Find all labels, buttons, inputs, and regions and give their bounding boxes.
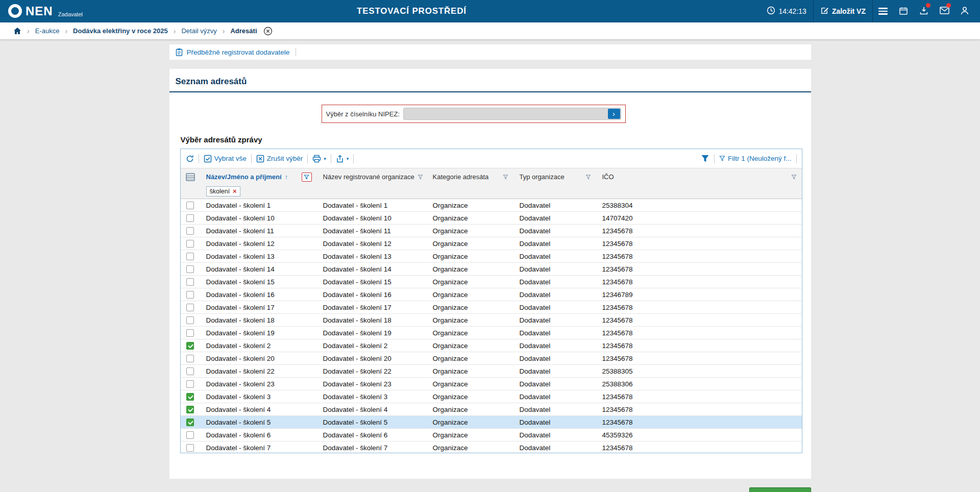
app-header: NEN Zadavatel TESTOVACÍ PROSTŘEDÍ 14:42:… — [0, 0, 980, 22]
table-row[interactable]: Dodavatel - školení 13 Dodavatel - škole… — [181, 250, 802, 263]
column-filter-icon[interactable] — [503, 175, 508, 180]
row-checkbox[interactable] — [186, 431, 194, 439]
table-row[interactable]: Dodavatel - školení 3 Dodavatel - školen… — [181, 390, 802, 403]
table-row[interactable]: Dodavatel - školení 20 Dodavatel - škole… — [181, 352, 802, 365]
cell-name: Dodavatel - školení 22 — [200, 367, 317, 375]
row-checkbox[interactable] — [186, 227, 194, 235]
profile-button[interactable] — [954, 0, 975, 22]
cell-ico: 12345678 — [596, 406, 802, 413]
select-addressees-button[interactable]: Vybrat adresáty — [749, 487, 811, 492]
cell-type: Dodavatel — [513, 202, 596, 209]
filter-button[interactable] — [701, 155, 709, 162]
row-checkbox[interactable] — [186, 444, 194, 452]
checkbox-check-icon — [204, 155, 212, 163]
table-row[interactable]: Dodavatel - školení 4 Dodavatel - školen… — [181, 403, 802, 416]
column-header-org[interactable]: Název registrované organizace — [317, 173, 427, 181]
row-checkbox[interactable] — [186, 253, 194, 260]
row-checkbox[interactable] — [186, 355, 194, 362]
filter-chip[interactable]: školení × — [206, 186, 240, 196]
table-row[interactable]: Dodavatel - školení 17 Dodavatel - škole… — [181, 301, 802, 314]
print-button[interactable]: ▾ — [312, 155, 326, 163]
nipez-open-button[interactable]: › — [608, 109, 620, 119]
calendar-button[interactable] — [893, 0, 914, 22]
column-header-ico[interactable]: IČO — [596, 173, 802, 181]
cell-name: Dodavatel - školení 13 — [200, 253, 317, 260]
table-row[interactable]: Dodavatel - školení 15 Dodavatel - škole… — [181, 276, 802, 288]
printer-icon — [312, 155, 321, 163]
refresh-button[interactable] — [186, 155, 194, 163]
home-icon[interactable] — [13, 27, 21, 35]
row-checkbox[interactable] — [186, 406, 194, 413]
table-row[interactable]: Dodavatel - školení 12 Dodavatel - škole… — [181, 237, 802, 250]
column-label-org: Název registrované organizace — [323, 173, 414, 181]
cell-org: Dodavatel - školení 20 — [317, 355, 427, 362]
cell-org: Dodavatel - školení 6 — [317, 431, 427, 439]
filter-chip-remove-icon[interactable]: × — [233, 188, 237, 194]
grid-toolbar: Vybrat vše Zrušit výběr ▾ — [181, 149, 802, 168]
row-checkbox[interactable] — [186, 304, 194, 311]
row-checkbox[interactable] — [186, 380, 194, 388]
table-row[interactable]: Dodavatel - školení 11 Dodavatel - škole… — [181, 225, 802, 237]
row-checkbox[interactable] — [186, 291, 194, 299]
sort-ascending-icon: ↑ — [285, 173, 288, 181]
cell-name: Dodavatel - školení 14 — [200, 265, 317, 273]
cell-category: Organizace — [427, 431, 513, 439]
cell-org: Dodavatel - školení 13 — [317, 253, 427, 260]
export-button[interactable]: ▾ — [336, 155, 349, 163]
row-checkbox[interactable] — [186, 202, 194, 209]
table-row[interactable]: Dodavatel - školení 16 Dodavatel - škole… — [181, 288, 802, 301]
row-checkbox[interactable] — [186, 278, 194, 286]
toolbar-divider — [331, 154, 331, 163]
cell-org: Dodavatel - školení 15 — [317, 278, 427, 286]
clear-selection-button[interactable]: Zrušit výběr — [256, 155, 303, 163]
table-row[interactable]: Dodavatel - školení 18 Dodavatel - škole… — [181, 314, 802, 327]
table-row[interactable]: Dodavatel - školení 2 Dodavatel - školen… — [181, 339, 802, 352]
menu-button[interactable] — [873, 0, 893, 22]
column-filter-icon[interactable] — [585, 175, 591, 180]
table-row[interactable]: Dodavatel - školení 14 Dodavatel - škole… — [181, 263, 802, 276]
breadcrumb-item-e-aukce[interactable]: E-aukce — [35, 27, 60, 35]
close-page-icon[interactable] — [263, 27, 273, 36]
table-row[interactable]: Dodavatel - školení 7 Dodavatel - školen… — [181, 441, 802, 453]
column-header-type[interactable]: Typ organizace — [513, 173, 596, 181]
cell-type: Dodavatel — [513, 380, 596, 388]
row-checkbox[interactable] — [186, 419, 194, 426]
pre-register-supplier-link[interactable]: Předběžně registrovat dodavatele — [187, 48, 290, 56]
table-row[interactable]: Dodavatel - školení 10 Dodavatel - škole… — [181, 212, 802, 225]
table-row[interactable]: Dodavatel - školení 22 Dodavatel - škole… — [181, 365, 802, 378]
cell-ico: 25388306 — [596, 380, 802, 388]
row-checkbox[interactable] — [186, 316, 194, 324]
column-filter-icon[interactable] — [791, 175, 797, 180]
nipez-picker-field[interactable]: › — [403, 108, 621, 120]
row-checkbox[interactable] — [186, 329, 194, 337]
select-all-button[interactable]: Vybrat vše — [204, 155, 247, 163]
create-vz-button[interactable]: Založit VZ — [814, 0, 872, 22]
row-checkbox[interactable] — [186, 393, 194, 401]
column-tools-icon[interactable] — [181, 173, 200, 181]
cell-category: Organizace — [427, 265, 513, 273]
column-filter-icon[interactable] — [418, 175, 423, 180]
table-row[interactable]: Dodavatel - školení 19 Dodavatel - škole… — [181, 327, 802, 339]
table-row[interactable]: Dodavatel - školení 6 Dodavatel - školen… — [181, 429, 802, 441]
row-checkbox[interactable] — [186, 342, 194, 350]
active-filter-selector[interactable]: Filtr 1 (Neuložený f... — [719, 155, 792, 162]
row-checkbox[interactable] — [186, 265, 194, 273]
row-checkbox[interactable] — [186, 367, 194, 375]
table-row[interactable]: Dodavatel - školení 5 Dodavatel - školen… — [181, 416, 802, 429]
table-row[interactable]: Dodavatel - školení 23 Dodavatel - škole… — [181, 378, 802, 390]
cell-ico: 25388304 — [596, 202, 802, 209]
breadcrumb-item-detail-vyzvy[interactable]: Detail výzvy — [181, 27, 216, 35]
breadcrumb-item-zakazka[interactable]: Dodávka elektřiny v roce 2025 — [73, 27, 168, 35]
column-header-category[interactable]: Kategorie adresáta — [427, 173, 513, 181]
column-filter-active-icon[interactable] — [302, 173, 312, 182]
table-row[interactable]: Dodavatel - školení 1 Dodavatel - školen… — [181, 199, 802, 212]
chevron-down-icon: ▾ — [324, 156, 326, 161]
column-header-name[interactable]: Název/Jméno a příjmení ↑ — [200, 173, 317, 182]
downloads-button[interactable] — [914, 0, 934, 22]
messages-button[interactable] — [934, 0, 954, 22]
cell-org: Dodavatel - školení 18 — [317, 316, 427, 324]
row-checkbox[interactable] — [186, 214, 194, 222]
row-checkbox[interactable] — [186, 240, 194, 248]
nen-logo[interactable]: NEN Zadavatel — [8, 3, 83, 20]
cell-type: Dodavatel — [513, 419, 596, 426]
